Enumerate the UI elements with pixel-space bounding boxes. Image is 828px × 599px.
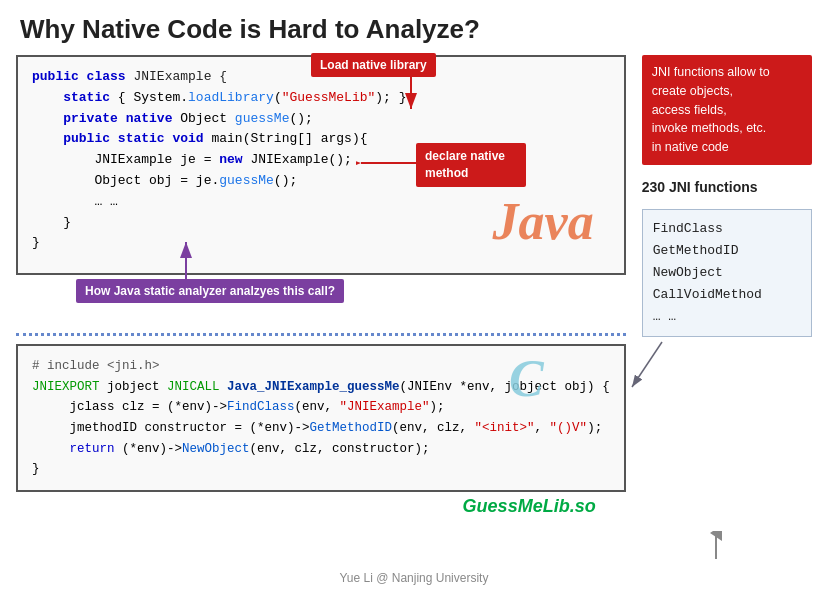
jni-function-item: … …	[653, 306, 801, 328]
main-content: Load native library declare nativemethod	[0, 55, 828, 565]
declare-native-bubble: declare nativemethod	[416, 143, 526, 187]
guessme-arrow-area	[704, 531, 728, 561]
jni-function-item: NewObject	[653, 262, 801, 284]
guessme-label: GuessMeLib.so	[16, 492, 626, 517]
jni-function-item: CallVoidMethod	[653, 284, 801, 306]
jni-function-item: GetMethodID	[653, 240, 801, 262]
jni-function-item: FindClass	[653, 218, 801, 240]
load-native-bubble: Load native library	[311, 53, 436, 77]
page-container: Why Native Code is Hard to Analyze? Load…	[0, 0, 828, 591]
svg-line-7	[632, 342, 662, 387]
up-arrow-icon	[704, 531, 728, 561]
right-to-c-arrow	[622, 337, 702, 397]
jni-count: 230 JNI functions	[642, 175, 812, 199]
c-code-box: C # include <jni.h> JNIEXPORT jobject JN…	[16, 344, 626, 492]
c-logo: C	[509, 336, 544, 422]
right-panel: JNI functions allow to create objects, a…	[642, 55, 812, 565]
jni-info-box: JNI functions allow to create objects, a…	[642, 55, 812, 165]
java-analyzer-bubble: How Java static analyzer analzyes this c…	[76, 279, 344, 303]
jni-functions-box: FindClass GetMethodID NewObject CallVoid…	[642, 209, 812, 337]
java-section: Load native library declare nativemethod	[16, 55, 626, 303]
java-code-box: public class JNIExample { static { Syste…	[16, 55, 626, 275]
arrow-area	[642, 347, 812, 377]
java-logo: Java	[493, 180, 594, 263]
left-panel: Load native library declare nativemethod	[16, 55, 626, 565]
footer: Yue Li @ Nanjing University	[0, 565, 828, 591]
page-title: Why Native Code is Hard to Analyze?	[0, 0, 828, 55]
c-section: C # include <jni.h> JNIEXPORT jobject JN…	[16, 344, 626, 565]
